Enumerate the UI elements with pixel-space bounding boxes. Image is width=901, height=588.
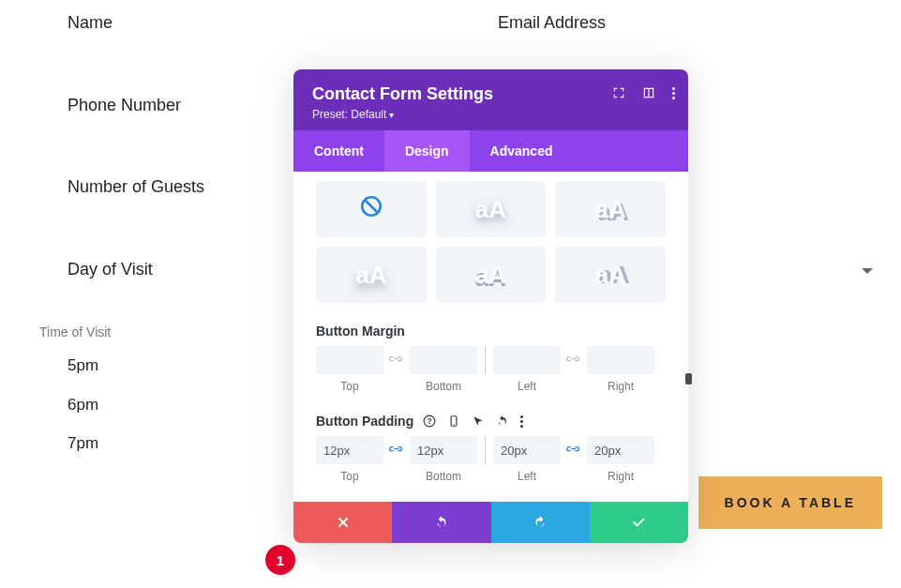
field-day-label: Day of Visit <box>68 260 153 279</box>
panel-body: aA aA aA aA aA Button Margin Top Bottom … <box>293 172 688 502</box>
button-padding-label: Button Padding ? <box>316 414 666 429</box>
svg-text:?: ? <box>428 417 432 426</box>
margin-top-label: Top <box>340 380 358 393</box>
padding-row: Top Bottom Left Right <box>316 436 666 483</box>
margin-bottom-input[interactable] <box>410 346 477 374</box>
padding-right-input[interactable] <box>587 436 654 464</box>
annotation-badge-1: 1 <box>265 545 295 575</box>
shadow-preset-3[interactable]: aA <box>555 181 666 237</box>
panel-footer <box>293 502 688 543</box>
padding-left-label: Left <box>518 470 536 483</box>
margin-row: Top Bottom Left Right <box>316 346 666 393</box>
field-phone-label: Phone Number <box>68 96 181 115</box>
shadow-preset-none[interactable] <box>316 181 427 237</box>
link-icon-padding-horizontal[interactable] <box>561 436 587 464</box>
save-button[interactable] <box>590 502 688 543</box>
time-option-5pm[interactable]: 5pm <box>68 356 98 375</box>
field-name-label: Name <box>68 13 113 33</box>
margin-left-input[interactable] <box>493 346 561 374</box>
panel-header: Contact Form Settings Preset: Default <box>293 69 688 130</box>
shadow-sample: aA <box>595 195 626 224</box>
svg-line-1 <box>365 200 377 212</box>
help-icon[interactable]: ? <box>423 415 436 428</box>
field-email-label: Email Address <box>498 13 606 33</box>
shadow-sample: aA <box>595 261 626 290</box>
margin-right-label: Right <box>608 380 634 393</box>
tab-content[interactable]: Content <box>293 130 384 172</box>
book-table-button[interactable]: BOOK A TABLE <box>698 476 882 529</box>
padding-bottom-input[interactable] <box>410 436 477 464</box>
margin-bottom-label: Bottom <box>426 380 461 393</box>
device-icon[interactable] <box>447 415 460 428</box>
padding-top-label: Top <box>340 470 358 483</box>
expand-icon[interactable] <box>612 86 625 99</box>
reset-icon[interactable] <box>496 415 509 428</box>
divider <box>485 346 486 374</box>
padding-bottom-label: Bottom <box>426 470 461 483</box>
padding-right-label: Right <box>608 470 634 483</box>
close-button[interactable] <box>293 502 392 543</box>
time-of-visit-label: Time of Visit <box>39 324 111 339</box>
link-icon-margin-vertical[interactable] <box>383 346 410 374</box>
divider <box>485 436 486 464</box>
redo-button[interactable] <box>491 502 590 543</box>
button-margin-label: Button Margin <box>316 324 666 339</box>
padding-label-icons: ? <box>423 415 523 428</box>
preset-dropdown[interactable]: Preset: Default <box>312 108 669 121</box>
shadow-preset-2[interactable]: aA <box>436 181 547 237</box>
header-icons <box>612 86 675 99</box>
margin-right-input[interactable] <box>587 346 654 374</box>
none-icon <box>359 194 383 225</box>
padding-top-input[interactable] <box>316 436 383 464</box>
kebab-menu-icon[interactable] <box>520 415 523 428</box>
shadow-sample: aA <box>475 195 506 224</box>
hover-icon[interactable] <box>472 415 485 428</box>
text-shadow-presets: aA aA aA aA aA <box>316 172 666 303</box>
tab-advanced[interactable]: Advanced <box>470 130 574 172</box>
shadow-preset-6[interactable]: aA <box>555 247 666 303</box>
scrollbar-thumb[interactable] <box>685 373 692 384</box>
shadow-preset-5[interactable]: aA <box>436 247 547 303</box>
margin-top-input[interactable] <box>316 346 383 374</box>
tab-design[interactable]: Design <box>384 130 470 172</box>
padding-left-input[interactable] <box>493 436 561 464</box>
time-option-6pm[interactable]: 6pm <box>68 396 98 415</box>
shadow-sample: aA <box>475 261 506 290</box>
tabs: Content Design Advanced <box>293 130 688 172</box>
shadow-sample: aA <box>355 261 386 290</box>
field-guests-label: Number of Guests <box>68 177 204 197</box>
link-icon-margin-horizontal[interactable] <box>561 346 587 374</box>
kebab-menu-icon[interactable] <box>672 87 675 99</box>
settings-panel: Contact Form Settings Preset: Default Co… <box>293 69 688 543</box>
undo-button[interactable] <box>392 502 490 543</box>
layout-icon[interactable] <box>642 86 655 99</box>
svg-point-5 <box>454 424 455 425</box>
margin-left-label: Left <box>518 380 536 393</box>
shadow-preset-4[interactable]: aA <box>316 247 427 303</box>
link-icon-padding-vertical[interactable] <box>383 436 410 464</box>
time-option-7pm[interactable]: 7pm <box>68 434 98 453</box>
chevron-down-icon[interactable] <box>862 268 873 274</box>
